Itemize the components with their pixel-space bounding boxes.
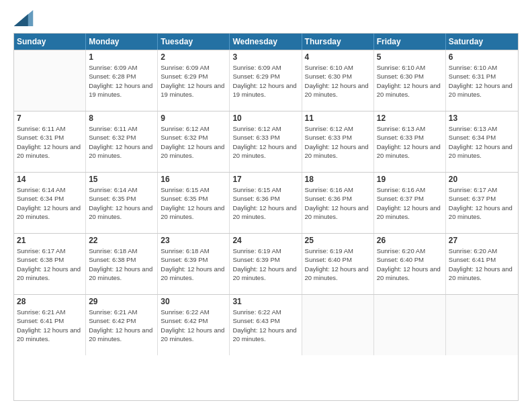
day-info: Sunrise: 6:12 AM Sunset: 6:33 PM Dayligh… bbox=[305, 124, 371, 160]
calendar-body: 1Sunrise: 6:09 AM Sunset: 6:28 PM Daylig… bbox=[14, 50, 518, 355]
day-cell-9: 9Sunrise: 6:12 AM Sunset: 6:32 PM Daylig… bbox=[158, 111, 230, 172]
day-cell-3: 3Sunrise: 6:09 AM Sunset: 6:29 PM Daylig… bbox=[230, 50, 302, 111]
day-number: 9 bbox=[161, 113, 226, 123]
day-cell-17: 17Sunrise: 6:15 AM Sunset: 6:36 PM Dayli… bbox=[230, 173, 302, 233]
day-cell-21: 21Sunrise: 6:17 AM Sunset: 6:38 PM Dayli… bbox=[14, 234, 86, 294]
day-info: Sunrise: 6:12 AM Sunset: 6:33 PM Dayligh… bbox=[232, 124, 298, 160]
logo-icon bbox=[13, 10, 34, 26]
day-number: 16 bbox=[161, 175, 226, 184]
day-cell-16: 16Sunrise: 6:15 AM Sunset: 6:35 PM Dayli… bbox=[158, 173, 230, 233]
day-number: 7 bbox=[17, 113, 83, 123]
day-number: 6 bbox=[449, 52, 515, 62]
day-info: Sunrise: 6:09 AM Sunset: 6:29 PM Dayligh… bbox=[161, 63, 226, 99]
day-number: 23 bbox=[161, 236, 226, 245]
day-info: Sunrise: 6:20 AM Sunset: 6:41 PM Dayligh… bbox=[449, 246, 515, 282]
weekday-header-thursday: Thursday bbox=[302, 34, 374, 50]
weekday-header-tuesday: Tuesday bbox=[158, 34, 230, 50]
day-info: Sunrise: 6:13 AM Sunset: 6:34 PM Dayligh… bbox=[449, 124, 515, 160]
day-number: 31 bbox=[232, 297, 298, 306]
day-cell-26: 26Sunrise: 6:20 AM Sunset: 6:40 PM Dayli… bbox=[374, 234, 446, 294]
day-info: Sunrise: 6:17 AM Sunset: 6:38 PM Dayligh… bbox=[17, 246, 83, 282]
day-number: 24 bbox=[232, 236, 298, 245]
day-cell-8: 8Sunrise: 6:11 AM Sunset: 6:32 PM Daylig… bbox=[86, 111, 158, 172]
day-info: Sunrise: 6:22 AM Sunset: 6:43 PM Dayligh… bbox=[232, 308, 298, 343]
day-number: 25 bbox=[305, 236, 371, 245]
day-number: 5 bbox=[377, 52, 443, 62]
day-info: Sunrise: 6:13 AM Sunset: 6:33 PM Dayligh… bbox=[377, 124, 443, 160]
day-number: 22 bbox=[89, 236, 154, 245]
logo bbox=[13, 10, 35, 26]
calendar-row-2: 7Sunrise: 6:11 AM Sunset: 6:31 PM Daylig… bbox=[14, 111, 518, 172]
weekday-header-wednesday: Wednesday bbox=[230, 34, 302, 50]
day-number: 11 bbox=[305, 113, 371, 123]
calendar-row-1: 1Sunrise: 6:09 AM Sunset: 6:28 PM Daylig… bbox=[14, 50, 518, 111]
day-info: Sunrise: 6:14 AM Sunset: 6:35 PM Dayligh… bbox=[89, 185, 154, 221]
weekday-header-saturday: Saturday bbox=[446, 34, 518, 50]
day-number: 10 bbox=[232, 113, 298, 123]
day-number: 19 bbox=[377, 175, 443, 184]
day-cell-12: 12Sunrise: 6:13 AM Sunset: 6:33 PM Dayli… bbox=[374, 111, 446, 172]
day-info: Sunrise: 6:12 AM Sunset: 6:32 PM Dayligh… bbox=[161, 124, 226, 160]
day-cell-22: 22Sunrise: 6:18 AM Sunset: 6:38 PM Dayli… bbox=[86, 234, 158, 294]
day-cell-18: 18Sunrise: 6:16 AM Sunset: 6:36 PM Dayli… bbox=[302, 173, 374, 233]
day-number: 26 bbox=[377, 236, 443, 245]
day-cell-13: 13Sunrise: 6:13 AM Sunset: 6:34 PM Dayli… bbox=[446, 111, 518, 172]
calendar: SundayMondayTuesdayWednesdayThursdayFrid… bbox=[13, 33, 519, 401]
day-info: Sunrise: 6:16 AM Sunset: 6:36 PM Dayligh… bbox=[305, 185, 371, 221]
day-info: Sunrise: 6:09 AM Sunset: 6:29 PM Dayligh… bbox=[232, 63, 298, 99]
day-cell-14: 14Sunrise: 6:14 AM Sunset: 6:34 PM Dayli… bbox=[14, 173, 86, 233]
day-info: Sunrise: 6:22 AM Sunset: 6:42 PM Dayligh… bbox=[161, 308, 226, 343]
day-number: 13 bbox=[449, 113, 515, 123]
svg-marker-1 bbox=[14, 14, 28, 26]
day-number: 3 bbox=[232, 52, 298, 62]
day-number: 21 bbox=[17, 236, 83, 245]
day-cell-7: 7Sunrise: 6:11 AM Sunset: 6:31 PM Daylig… bbox=[14, 111, 86, 172]
day-cell-4: 4Sunrise: 6:10 AM Sunset: 6:30 PM Daylig… bbox=[302, 50, 374, 111]
day-info: Sunrise: 6:10 AM Sunset: 6:30 PM Dayligh… bbox=[305, 63, 371, 99]
empty-cell bbox=[374, 295, 446, 355]
day-cell-31: 31Sunrise: 6:22 AM Sunset: 6:43 PM Dayli… bbox=[230, 295, 302, 355]
day-cell-11: 11Sunrise: 6:12 AM Sunset: 6:33 PM Dayli… bbox=[302, 111, 374, 172]
day-number: 20 bbox=[449, 175, 515, 184]
day-info: Sunrise: 6:21 AM Sunset: 6:42 PM Dayligh… bbox=[89, 308, 154, 343]
day-number: 28 bbox=[17, 297, 83, 306]
day-info: Sunrise: 6:16 AM Sunset: 6:37 PM Dayligh… bbox=[377, 185, 443, 221]
empty-cell bbox=[14, 50, 86, 111]
day-number: 29 bbox=[89, 297, 154, 306]
day-info: Sunrise: 6:15 AM Sunset: 6:35 PM Dayligh… bbox=[161, 185, 226, 221]
day-number: 8 bbox=[89, 113, 154, 123]
day-info: Sunrise: 6:21 AM Sunset: 6:41 PM Dayligh… bbox=[17, 308, 83, 343]
day-cell-29: 29Sunrise: 6:21 AM Sunset: 6:42 PM Dayli… bbox=[86, 295, 158, 355]
day-cell-6: 6Sunrise: 6:10 AM Sunset: 6:31 PM Daylig… bbox=[446, 50, 518, 111]
day-number: 2 bbox=[161, 52, 226, 62]
day-cell-24: 24Sunrise: 6:19 AM Sunset: 6:39 PM Dayli… bbox=[230, 234, 302, 294]
header bbox=[13, 10, 519, 26]
day-info: Sunrise: 6:14 AM Sunset: 6:34 PM Dayligh… bbox=[17, 185, 83, 221]
day-cell-20: 20Sunrise: 6:17 AM Sunset: 6:37 PM Dayli… bbox=[446, 173, 518, 233]
day-info: Sunrise: 6:10 AM Sunset: 6:31 PM Dayligh… bbox=[449, 63, 515, 99]
weekday-header-friday: Friday bbox=[374, 34, 446, 50]
day-info: Sunrise: 6:10 AM Sunset: 6:30 PM Dayligh… bbox=[377, 63, 443, 99]
day-number: 14 bbox=[17, 175, 83, 184]
day-info: Sunrise: 6:11 AM Sunset: 6:32 PM Dayligh… bbox=[89, 124, 154, 160]
day-info: Sunrise: 6:19 AM Sunset: 6:39 PM Dayligh… bbox=[232, 246, 298, 282]
page: SundayMondayTuesdayWednesdayThursdayFrid… bbox=[0, 0, 532, 411]
day-number: 27 bbox=[449, 236, 515, 245]
day-info: Sunrise: 6:09 AM Sunset: 6:28 PM Dayligh… bbox=[89, 63, 154, 99]
day-info: Sunrise: 6:19 AM Sunset: 6:40 PM Dayligh… bbox=[305, 246, 371, 282]
day-cell-10: 10Sunrise: 6:12 AM Sunset: 6:33 PM Dayli… bbox=[230, 111, 302, 172]
day-cell-2: 2Sunrise: 6:09 AM Sunset: 6:29 PM Daylig… bbox=[158, 50, 230, 111]
calendar-header: SundayMondayTuesdayWednesdayThursdayFrid… bbox=[14, 34, 518, 50]
day-number: 12 bbox=[377, 113, 443, 123]
day-info: Sunrise: 6:20 AM Sunset: 6:40 PM Dayligh… bbox=[377, 246, 443, 282]
empty-cell bbox=[446, 295, 518, 355]
day-cell-30: 30Sunrise: 6:22 AM Sunset: 6:42 PM Dayli… bbox=[158, 295, 230, 355]
day-info: Sunrise: 6:11 AM Sunset: 6:31 PM Dayligh… bbox=[17, 124, 83, 160]
day-number: 15 bbox=[89, 175, 154, 184]
day-info: Sunrise: 6:18 AM Sunset: 6:38 PM Dayligh… bbox=[89, 246, 154, 282]
day-info: Sunrise: 6:17 AM Sunset: 6:37 PM Dayligh… bbox=[449, 185, 515, 221]
day-cell-25: 25Sunrise: 6:19 AM Sunset: 6:40 PM Dayli… bbox=[302, 234, 374, 294]
day-cell-5: 5Sunrise: 6:10 AM Sunset: 6:30 PM Daylig… bbox=[374, 50, 446, 111]
day-info: Sunrise: 6:18 AM Sunset: 6:39 PM Dayligh… bbox=[161, 246, 226, 282]
day-cell-27: 27Sunrise: 6:20 AM Sunset: 6:41 PM Dayli… bbox=[446, 234, 518, 294]
